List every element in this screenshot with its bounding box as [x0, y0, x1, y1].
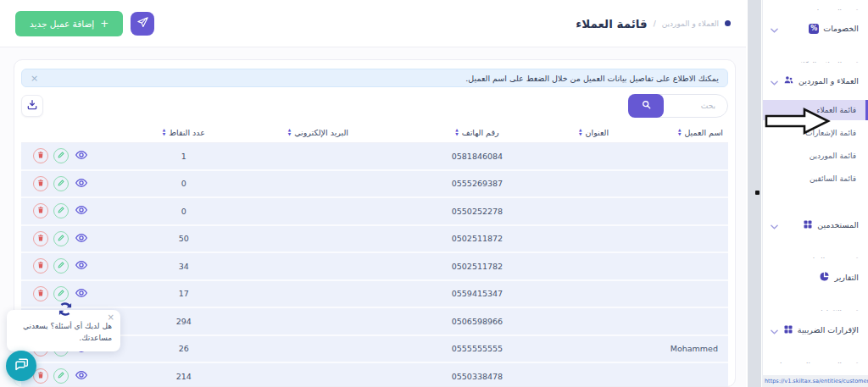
sidebar-section-label: قسم الخصومات — [763, 7, 868, 10]
annotation-arrow — [763, 107, 832, 135]
table-row: 050251178234 — [21, 253, 728, 281]
pencil-icon — [57, 179, 65, 189]
cell-points: 294 — [134, 317, 233, 326]
table-header-row: اسم العميل ▲▼ العنوان ▲▼ رقم الهاتف ▲▼ ا… — [21, 123, 728, 143]
view-button[interactable] — [74, 203, 89, 218]
cell-actions — [21, 203, 134, 218]
chat-launcher-button[interactable] — [6, 351, 36, 381]
view-button[interactable] — [74, 286, 89, 301]
column-header-points[interactable]: عدد النقاط ▲▼ — [134, 128, 233, 137]
grid-icon — [803, 217, 813, 233]
sidebar-section-label: قسم العملاء والوكلاء — [763, 59, 868, 63]
trash-icon — [36, 151, 45, 161]
sidebar-item-label: التقارير — [834, 273, 859, 282]
column-header-email[interactable]: البريد الإلكتروني ▲▼ — [233, 128, 403, 137]
sort-icon[interactable]: ▲▼ — [579, 129, 581, 137]
view-button[interactable] — [74, 148, 89, 163]
topbar-actions: + إضافة عميل جديد — [15, 11, 154, 36]
search-button[interactable] — [628, 94, 664, 118]
edit-button[interactable] — [53, 176, 69, 191]
edit-button[interactable] — [53, 148, 69, 163]
view-button[interactable] — [74, 258, 89, 274]
column-label: البريد الإلكتروني — [294, 128, 348, 137]
column-header-address[interactable]: العنوان ▲▼ — [552, 128, 637, 137]
delete-button[interactable] — [33, 203, 48, 218]
pencil-icon — [57, 261, 65, 271]
edit-button[interactable] — [53, 258, 69, 274]
search-group — [628, 94, 728, 118]
eye-icon — [75, 176, 88, 191]
sidebar-item-label: الإقرارات الضريبية — [798, 325, 859, 334]
cell-points: 214 — [134, 372, 233, 381]
column-label: اسم العميل — [684, 128, 723, 137]
status-url-bar: https://v1.skiltax.sa/entities/customer-… — [762, 375, 868, 387]
table-row: Mohammed055555555526 — [21, 336, 728, 364]
sidebar-item[interactable]: الخصومات% — [763, 22, 868, 36]
export-download-button[interactable] — [21, 95, 43, 117]
chevron-down-icon — [771, 73, 778, 89]
edit-button[interactable] — [53, 231, 69, 246]
delete-button[interactable] — [33, 176, 48, 191]
trash-icon — [36, 261, 45, 271]
cell-actions — [21, 176, 134, 191]
view-button[interactable] — [74, 231, 89, 246]
column-label: العنوان — [586, 128, 609, 137]
sort-icon[interactable]: ▲▼ — [455, 129, 458, 137]
table-row: 050251187250 — [21, 226, 728, 254]
chat-tooltip-close-icon[interactable]: × — [108, 312, 114, 322]
banner-close-icon[interactable]: × — [31, 74, 38, 83]
delete-button[interactable] — [33, 258, 48, 274]
breadcrumb-separator: / — [654, 19, 656, 28]
edit-button[interactable] — [53, 203, 69, 218]
add-customer-button[interactable]: + إضافة عميل جديد — [15, 11, 123, 36]
eye-icon — [75, 148, 88, 163]
eye-icon — [75, 368, 88, 384]
edit-button[interactable] — [53, 368, 69, 384]
table-row: 05818460841 — [21, 143, 728, 171]
table-toolbar — [21, 94, 728, 118]
info-banner-text: يمكنك الاطلاع على تفاصيل بيانات العميل م… — [465, 74, 719, 83]
delete-button[interactable] — [33, 286, 48, 301]
table-row: 05552693870 — [21, 171, 728, 199]
sidebar-item[interactable]: الإقرارات الضريبية — [763, 323, 868, 336]
cell-points: 0 — [134, 207, 233, 216]
delete-button[interactable] — [33, 148, 48, 163]
cell-phone: 0581846084 — [403, 152, 551, 161]
column-header-phone[interactable]: رقم الهاتف ▲▼ — [403, 128, 551, 137]
cell-phone: 0555555555 — [403, 344, 551, 353]
cell-customer-name[interactable]: Mohammed — [637, 344, 728, 353]
pencil-icon — [57, 371, 65, 381]
delete-button[interactable] — [33, 231, 48, 246]
cell-actions — [21, 286, 134, 301]
chat-bubble-icon — [14, 357, 30, 375]
column-header-name[interactable]: اسم العميل ▲▼ — [637, 128, 728, 137]
pencil-icon — [57, 234, 65, 244]
cell-actions — [21, 258, 134, 274]
sidebar-item[interactable]: المستخدمين — [763, 218, 868, 231]
sidebar-subitem[interactable]: قائمة الموردين — [763, 146, 868, 166]
column-label: رقم الهاتف — [462, 128, 499, 137]
send-button[interactable] — [131, 12, 154, 36]
trash-icon — [36, 234, 45, 244]
pencil-icon — [57, 151, 65, 161]
cell-points: 26 — [134, 344, 233, 353]
sort-icon[interactable]: ▲▼ — [678, 129, 681, 137]
sidebar-subitem[interactable]: قائمة السائقين — [763, 169, 868, 189]
cell-points: 50 — [134, 234, 233, 243]
sidebar-item[interactable]: العملاء و الموردين — [763, 75, 868, 88]
view-button[interactable] — [74, 368, 89, 384]
breadcrumb-parent[interactable]: العملاء و الموردين — [662, 19, 719, 28]
table-row: 0550338478214 — [21, 363, 728, 387]
edit-button[interactable] — [53, 286, 69, 301]
cell-actions — [21, 148, 134, 163]
annotation-dot — [755, 191, 760, 195]
info-banner: يمكنك الاطلاع على تفاصيل بيانات العميل م… — [21, 69, 728, 87]
sort-icon[interactable]: ▲▼ — [288, 129, 291, 137]
cell-points: 17 — [134, 289, 233, 298]
sidebar-item[interactable]: التقارير — [763, 270, 868, 284]
discount-icon: % — [809, 24, 819, 34]
eye-icon — [75, 203, 88, 218]
paper-plane-icon — [136, 16, 149, 31]
view-button[interactable] — [74, 176, 89, 191]
sort-icon[interactable]: ▲▼ — [163, 129, 165, 137]
